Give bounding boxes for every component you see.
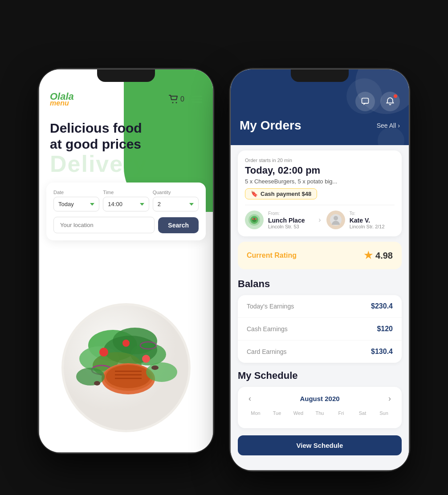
cart-area[interactable]: 0 xyxy=(169,95,184,104)
header-right: 0 xyxy=(169,95,202,104)
to-name: Kate V. xyxy=(350,217,385,224)
today-earnings-value: $230.4 xyxy=(371,302,393,310)
delivery-watermark: Delivery xyxy=(50,150,202,177)
phone1-content: Olala menu 0 xyxy=(39,69,213,452)
from-block: From: Lunch Place Lincoln Str. 53 xyxy=(245,211,313,229)
svg-point-23 xyxy=(76,368,105,385)
phone1-screen: Olala menu 0 xyxy=(39,69,213,452)
cash-earnings-value: $120 xyxy=(377,325,393,333)
payment-text: Cash payment $48 xyxy=(261,191,311,197)
arrow-divider: › xyxy=(318,216,321,224)
balance-title: Balans xyxy=(231,275,409,292)
qty-select[interactable]: 2 xyxy=(153,197,199,211)
from-label: From: xyxy=(268,211,305,216)
notch1 xyxy=(97,69,155,82)
calendar-header: ‹ August 2020 › xyxy=(245,394,395,403)
day-fri: Fri xyxy=(330,409,352,418)
see-all-label: See All xyxy=(377,122,396,129)
see-all-chevron: › xyxy=(398,122,400,129)
svg-point-22 xyxy=(146,362,177,382)
day-sat: Sat xyxy=(352,409,373,418)
location-row: Search xyxy=(53,217,199,233)
order-starts-text: Order starts in 20 min xyxy=(245,158,395,163)
my-orders-title: My Orders xyxy=(240,118,301,133)
cash-earnings-label: Cash Earnings xyxy=(247,325,288,333)
chat-icon xyxy=(361,97,370,106)
action-button[interactable]: View Schedule xyxy=(238,435,402,455)
notch2 xyxy=(291,69,349,82)
from-name: Lunch Place xyxy=(268,217,305,224)
food-plate-svg xyxy=(59,301,193,434)
svg-point-11 xyxy=(99,348,108,357)
from-info: From: Lunch Place Lincoln Str. 53 xyxy=(268,211,305,229)
phone2-content: My Orders See All › Order starts in 20 m… xyxy=(231,69,409,470)
calendar-prev-button[interactable]: ‹ xyxy=(245,394,255,403)
form-row-date-time-qty: Date Today Time 14:00 xyxy=(53,190,199,211)
card-divider xyxy=(245,205,395,205)
balance-row-today: Today's Earnings $230.4 xyxy=(238,295,402,318)
time-label: Time xyxy=(103,190,149,195)
svg-point-13 xyxy=(122,340,130,347)
order-card: Order starts in 20 min Today, 02:00 pm 5… xyxy=(238,150,402,236)
phone1-frame: Olala menu 0 xyxy=(39,69,213,452)
schedule-card: ‹ August 2020 › Mon Tue Wed Thu Fri Sat … xyxy=(238,387,402,428)
header-title-row: My Orders See All › xyxy=(240,118,400,133)
booking-form: Date Today Time 14:00 xyxy=(46,183,206,240)
cart-icon xyxy=(169,95,179,104)
notification-dot xyxy=(394,94,397,98)
notification-button[interactable] xyxy=(380,92,400,111)
phone2-frame: My Orders See All › Order starts in 20 m… xyxy=(231,69,409,470)
calendar-next-button[interactable]: › xyxy=(385,394,395,403)
location-input[interactable] xyxy=(53,217,155,233)
day-thu: Thu xyxy=(309,409,330,418)
date-dropdown-arrow xyxy=(90,203,94,206)
today-earnings-label: Today's Earnings xyxy=(247,303,294,310)
balance-row-card: Card Earnings $130.4 xyxy=(238,341,402,363)
hamburger-line1 xyxy=(191,96,202,97)
star-icon: ★ xyxy=(364,250,373,261)
time-dropdown-arrow xyxy=(140,203,144,206)
hero-section: Delicious food at good prices Delivery xyxy=(39,107,213,177)
calendar-days-header: Mon Tue Wed Thu Fri Sat Sun xyxy=(245,409,395,418)
svg-point-33 xyxy=(334,216,338,220)
balance-card: Today's Earnings $230.4 Cash Earnings $1… xyxy=(238,295,402,363)
phone2-screen: My Orders See All › Order starts in 20 m… xyxy=(231,69,409,470)
time-value: 14:00 xyxy=(108,201,122,207)
time-field: Time 14:00 xyxy=(103,190,149,211)
logo-sub: menu xyxy=(50,100,74,107)
qty-value: 2 xyxy=(158,201,161,207)
see-all-link[interactable]: See All › xyxy=(377,122,400,129)
balance-row-cash: Cash Earnings $120 xyxy=(238,318,402,341)
to-address: Lincoln Str. 2/12 xyxy=(350,224,385,229)
svg-point-30 xyxy=(252,218,254,220)
day-wed: Wed xyxy=(288,409,309,418)
person-avatar-icon xyxy=(329,213,342,227)
svg-point-31 xyxy=(255,218,257,220)
rating-card: Current Rating ★ 4.98 xyxy=(238,242,402,269)
cart-count: 0 xyxy=(180,95,184,103)
chat-button[interactable] xyxy=(355,92,375,111)
hamburger-line3 xyxy=(191,101,202,103)
phones-container: Olala menu 0 xyxy=(0,0,448,495)
day-tue: Tue xyxy=(266,409,288,418)
hamburger-menu[interactable] xyxy=(191,96,202,103)
to-avatar xyxy=(326,211,345,229)
calendar-month: August 2020 xyxy=(300,395,339,402)
time-select[interactable]: 14:00 xyxy=(103,197,149,211)
food-avatar-icon xyxy=(248,213,261,227)
date-select[interactable]: Today xyxy=(53,197,99,211)
qty-label: Quantity xyxy=(153,190,199,195)
to-block: To: Kate V. Lincoln Str. 2/12 xyxy=(326,211,395,229)
app-logo: Olala menu xyxy=(50,92,74,107)
svg-point-25 xyxy=(94,381,100,385)
schedule-title: My Schedule xyxy=(231,366,409,383)
rating-label: Current Rating xyxy=(247,252,297,260)
hero-title: Delicious food at good prices xyxy=(50,120,148,152)
food-plate-area xyxy=(59,301,193,434)
order-time: Today, 02:00 pm xyxy=(245,165,395,176)
search-button[interactable]: Search xyxy=(158,217,199,233)
to-info: To: Kate V. Lincoln Str. 2/12 xyxy=(350,211,385,229)
svg-point-12 xyxy=(142,355,150,363)
date-value: Today xyxy=(58,201,74,207)
svg-point-0 xyxy=(172,102,174,103)
